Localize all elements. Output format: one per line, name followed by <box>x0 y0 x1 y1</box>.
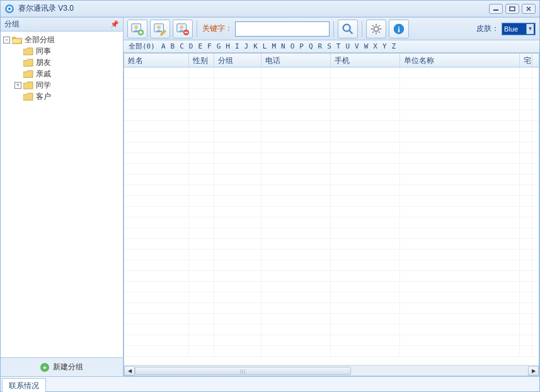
separator <box>197 21 197 37</box>
app-title: 赛尔通讯录 V3.0 <box>18 3 489 14</box>
alpha-letter[interactable]: A <box>159 42 168 50</box>
close-button[interactable] <box>522 4 536 14</box>
app-window: 赛尔通讯录 V3.0 分组 📌 − 全部分组 同事朋友亲戚+同学客户 + <box>0 0 540 392</box>
new-group-label: 新建分组 <box>53 362 83 372</box>
expand-icon[interactable]: + <box>14 82 21 89</box>
alpha-letter[interactable]: R <box>316 42 325 50</box>
alpha-letter[interactable]: I <box>233 42 242 50</box>
alpha-letter[interactable]: J <box>242 42 251 50</box>
collapse-icon[interactable]: − <box>3 37 10 43</box>
chevron-down-icon: ▼ <box>526 24 534 34</box>
tree-item[interactable]: 同事 <box>2 45 122 57</box>
tree-item-label: 朋友 <box>36 57 51 68</box>
contact-grid: 姓名性别分组电话手机单位名称宅 ◀ ||| ▶ <box>124 53 539 376</box>
svg-point-2 <box>8 8 11 10</box>
alpha-letter[interactable]: C <box>177 42 187 50</box>
table-row <box>124 260 539 271</box>
status-tab[interactable]: 联系情况 <box>2 378 46 392</box>
column-header[interactable]: 单位名称 <box>400 54 520 67</box>
column-header[interactable]: 电话 <box>261 54 331 67</box>
search-button[interactable] <box>338 20 358 38</box>
column-header[interactable]: 姓名 <box>124 54 189 67</box>
statusbar: 联系情况 <box>1 376 539 391</box>
column-header[interactable]: 手机 <box>331 54 400 67</box>
scroll-track[interactable]: ||| <box>135 366 528 376</box>
alpha-letter[interactable]: F <box>205 42 214 50</box>
tree-root[interactable]: − 全部分组 <box>2 34 122 45</box>
scroll-thumb[interactable]: ||| <box>135 367 351 375</box>
table-row <box>124 292 539 303</box>
alpha-letter[interactable]: U <box>343 42 352 50</box>
grid-body <box>124 67 539 365</box>
app-icon <box>4 4 14 14</box>
keyword-input[interactable] <box>235 21 330 37</box>
alpha-letter[interactable]: B <box>168 42 178 50</box>
alpha-filter: 全部(0) ABCDEFGHIJKLMNOPQRSTUVWXYZ <box>124 40 539 53</box>
minimize-button[interactable] <box>489 4 503 14</box>
table-row <box>124 153 539 164</box>
svg-text:i: i <box>398 25 400 33</box>
column-header[interactable]: 分组 <box>214 54 261 67</box>
alpha-letter[interactable]: H <box>223 42 233 50</box>
table-row <box>124 282 539 292</box>
separator <box>333 21 334 37</box>
new-group-button[interactable]: + 新建分组 <box>1 357 123 376</box>
horizontal-scrollbar[interactable]: ◀ ||| ▶ <box>124 365 539 376</box>
skin-select[interactable]: Blue ▼ <box>502 23 536 35</box>
delete-contact-button[interactable] <box>173 20 193 38</box>
table-row <box>124 228 539 239</box>
tree-item[interactable]: 客户 <box>2 91 122 102</box>
svg-point-11 <box>180 25 183 29</box>
edit-contact-button[interactable] <box>150 20 170 38</box>
alpha-letter[interactable]: G <box>214 42 224 50</box>
column-header[interactable]: 性别 <box>189 54 214 67</box>
table-row <box>124 78 539 89</box>
table-row <box>124 142 539 153</box>
alpha-letter[interactable]: S <box>325 42 334 50</box>
table-row <box>124 314 539 325</box>
tree-item-label: 同学 <box>36 80 51 91</box>
sidebar: 分组 📌 − 全部分组 同事朋友亲戚+同学客户 + 新建分组 <box>1 18 124 376</box>
alpha-letter[interactable]: V <box>352 42 362 50</box>
toolbar: 关键字： i 皮肤： Blue ▼ <box>124 18 539 40</box>
column-header[interactable]: 宅 <box>520 54 532 67</box>
add-contact-button[interactable] <box>127 20 147 38</box>
tree-item[interactable]: 朋友 <box>2 57 122 68</box>
alpha-letter[interactable]: Q <box>306 42 316 50</box>
alpha-letter[interactable]: E <box>195 42 205 50</box>
svg-rect-3 <box>493 9 498 11</box>
table-row <box>124 67 539 78</box>
tree-item[interactable]: +同学 <box>2 79 122 91</box>
maximize-button[interactable] <box>505 4 519 14</box>
info-button[interactable]: i <box>389 20 409 38</box>
alpha-letter[interactable]: O <box>288 42 297 50</box>
alpha-all[interactable]: 全部(0) <box>126 42 159 51</box>
scroll-right-icon[interactable]: ▶ <box>528 366 539 376</box>
alpha-letter[interactable]: Z <box>389 42 399 50</box>
alpha-letter[interactable]: Y <box>380 42 389 50</box>
folder-icon <box>23 81 33 89</box>
alpha-letter[interactable]: L <box>260 42 270 50</box>
grid-header: 姓名性别分组电话手机单位名称宅 <box>124 54 539 67</box>
table-row <box>124 335 539 346</box>
tree-item[interactable]: 亲戚 <box>2 68 122 79</box>
alpha-letter[interactable]: W <box>362 42 371 50</box>
window-buttons <box>489 4 536 14</box>
alpha-letter[interactable]: M <box>269 42 279 50</box>
alpha-letter[interactable]: X <box>371 42 380 50</box>
folder-icon <box>23 59 33 67</box>
tree-item-label: 客户 <box>36 91 51 102</box>
alpha-letter[interactable]: K <box>251 42 260 50</box>
settings-button[interactable] <box>366 20 386 38</box>
alpha-letter[interactable]: D <box>187 42 196 50</box>
pin-icon[interactable]: 📌 <box>110 20 119 28</box>
table-row <box>124 250 539 260</box>
scroll-left-icon[interactable]: ◀ <box>124 366 135 376</box>
separator <box>362 21 362 37</box>
alpha-letter[interactable]: N <box>279 42 288 50</box>
alpha-letter[interactable]: T <box>334 42 343 50</box>
alpha-letter[interactable]: P <box>297 42 306 50</box>
table-row <box>124 100 539 110</box>
table-row <box>124 185 539 196</box>
tree-item-label: 亲戚 <box>36 69 51 79</box>
